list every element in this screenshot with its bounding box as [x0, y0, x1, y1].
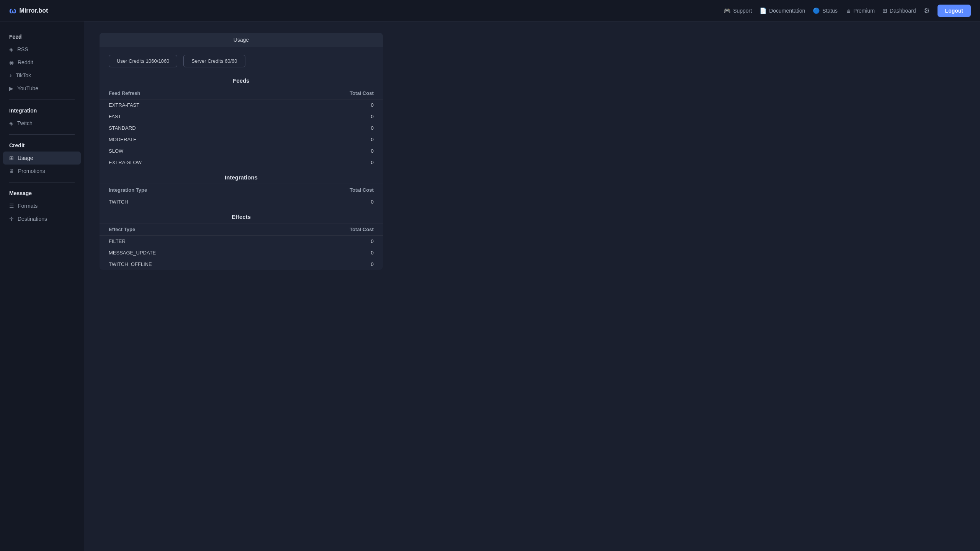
tiktok-icon: ♪ [9, 72, 12, 78]
integrations-title: Integrations [100, 168, 383, 184]
table-row: MESSAGE_UPDATE0 [100, 247, 383, 259]
effects-col2-header: Total Cost [272, 223, 383, 236]
destinations-icon: ✛ [9, 216, 14, 222]
twitch-icon: ◈ [9, 120, 13, 126]
feeds-table: Feed Refresh Total Cost EXTRA-FAST0FAST0… [100, 87, 383, 168]
promotions-icon: ♛ [9, 168, 14, 174]
feeds-col2-header: Total Cost [255, 87, 383, 99]
sidebar-divider-1 [9, 99, 75, 100]
main-layout: Feed ◈ RSS ◉ Reddit ♪ TikTok ▶ YouTube I… [0, 21, 980, 551]
nav-premium[interactable]: 🖥 Premium [845, 7, 875, 14]
sidebar-section-integration: Integration [0, 104, 84, 117]
effects-title: Effects [100, 207, 383, 223]
table-row: STANDARD0 [100, 122, 383, 134]
settings-button[interactable]: ⚙ [924, 7, 930, 15]
usage-credits-row: User Credits 1060/1060 Server Credits 60… [100, 47, 383, 71]
sidebar-item-destinations[interactable]: ✛ Destinations [0, 212, 84, 225]
effects-table: Effect Type Total Cost FILTER0MESSAGE_UP… [100, 223, 383, 270]
table-row: EXTRA-SLOW0 [100, 157, 383, 168]
integrations-table: Integration Type Total Cost TWITCH0 [100, 184, 383, 207]
youtube-icon: ▶ [9, 85, 13, 91]
sidebar-section-credit: Credit [0, 139, 84, 152]
sidebar: Feed ◈ RSS ◉ Reddit ♪ TikTok ▶ YouTube I… [0, 21, 84, 551]
main-content: Usage User Credits 1060/1060 Server Cred… [84, 21, 980, 551]
sidebar-item-usage[interactable]: ⊞ Usage [3, 152, 81, 165]
effects-section: Effects Effect Type Total Cost FILTER0ME… [100, 207, 383, 270]
feeds-section: Feeds Feed Refresh Total Cost EXTRA-FAST… [100, 71, 383, 168]
nav-documentation[interactable]: 📄 Documentation [760, 7, 805, 14]
integrations-section: Integrations Integration Type Total Cost… [100, 168, 383, 207]
dashboard-icon: ⊞ [882, 7, 887, 14]
table-row: EXTRA-FAST0 [100, 99, 383, 111]
user-credits-badge: User Credits 1060/1060 [109, 55, 177, 67]
table-row: FAST0 [100, 111, 383, 122]
table-row: TWITCH0 [100, 196, 383, 208]
sidebar-item-tiktok[interactable]: ♪ TikTok [0, 69, 84, 82]
sidebar-item-twitch[interactable]: ◈ Twitch [0, 117, 84, 130]
server-credits-badge: Server Credits 60/60 [183, 55, 245, 67]
sidebar-item-formats[interactable]: ☰ Formats [0, 199, 84, 212]
support-icon: 🎮 [724, 7, 731, 14]
nav-dashboard[interactable]: ⊞ Dashboard [882, 7, 916, 14]
usage-icon: ⊞ [9, 155, 14, 161]
premium-icon: 🖥 [845, 7, 851, 14]
logo-area: ω Mirror.bot [9, 6, 48, 16]
logo-text: Mirror.bot [20, 7, 48, 14]
nav-support[interactable]: 🎮 Support [724, 7, 752, 14]
feeds-col1-header: Feed Refresh [100, 87, 255, 99]
usage-header: Usage [100, 33, 383, 47]
table-row: TWITCH_OFFLINE0 [100, 259, 383, 270]
header: ω Mirror.bot 🎮 Support 📄 Documentation 🔵… [0, 0, 980, 21]
sidebar-divider-2 [9, 134, 75, 135]
sidebar-section-feed: Feed [0, 31, 84, 43]
sidebar-divider-3 [9, 182, 75, 183]
rss-icon: ◈ [9, 46, 13, 52]
sidebar-item-promotions[interactable]: ♛ Promotions [0, 165, 84, 178]
documentation-icon: 📄 [760, 7, 767, 14]
logout-button[interactable]: Logout [938, 5, 971, 17]
feeds-title: Feeds [100, 71, 383, 87]
nav-right: 🎮 Support 📄 Documentation 🔵 Status 🖥 Pre… [724, 5, 971, 17]
nav-status[interactable]: 🔵 Status [813, 7, 838, 14]
logo-icon: ω [9, 6, 16, 16]
table-row: MODERATE0 [100, 134, 383, 145]
formats-icon: ☰ [9, 203, 14, 209]
reddit-icon: ◉ [9, 59, 14, 65]
effects-col1-header: Effect Type [100, 223, 272, 236]
sidebar-section-message: Message [0, 187, 84, 199]
status-icon: 🔵 [813, 7, 820, 14]
table-row: SLOW0 [100, 145, 383, 157]
table-row: FILTER0 [100, 236, 383, 247]
integrations-col1-header: Integration Type [100, 184, 262, 196]
sidebar-item-reddit[interactable]: ◉ Reddit [0, 56, 84, 69]
sidebar-item-rss[interactable]: ◈ RSS [0, 43, 84, 56]
usage-panel: Usage User Credits 1060/1060 Server Cred… [100, 33, 383, 270]
sidebar-item-youtube[interactable]: ▶ YouTube [0, 82, 84, 95]
integrations-col2-header: Total Cost [262, 184, 383, 196]
